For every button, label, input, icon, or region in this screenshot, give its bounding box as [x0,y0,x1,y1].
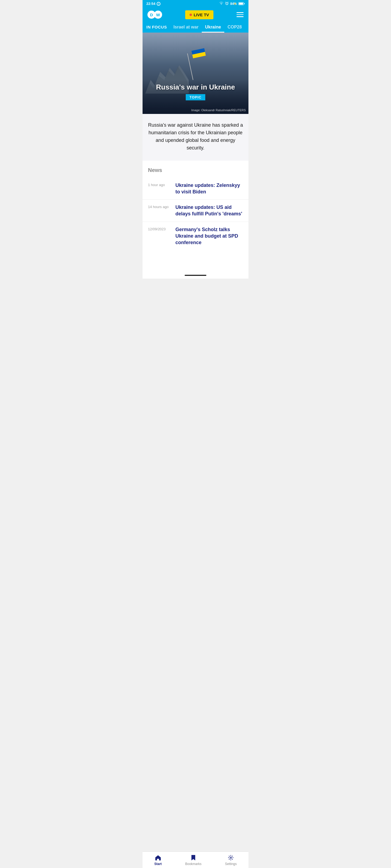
home-icon [155,855,161,861]
menu-line-3 [236,16,244,17]
news-item-1[interactable]: 1 hour ago Ukraine updates: Zelenskyy to… [143,178,248,200]
status-bar: 22:54 i 84% ⚡ [143,0,248,7]
svg-line-8 [229,856,230,857]
news-heading: News [143,167,248,178]
tab-ukraine[interactable]: Ukraine [202,24,224,33]
hero-title: Russia's war in Ukraine [148,83,243,91]
news-time-1: 1 hour ago [148,182,171,195]
news-time-2: 14 hours ago [148,204,171,217]
description-text: Russia's war against Ukraine has sparked… [148,122,243,152]
description-section: Russia's war against Ukraine has sparked… [143,114,248,161]
news-title-3: Germany's Scholz talks Ukraine and budge… [175,226,243,246]
settings-icon [227,855,234,861]
bottom-nav-bookmarks[interactable]: Bookmarks [180,855,207,866]
status-left: 22:54 i [146,2,161,6]
news-item-3[interactable]: 12/09/2023 Germany's Scholz talks Ukrain… [143,222,248,250]
live-tv-button[interactable]: LIVE TV [185,10,214,19]
dw-w-letter: W [156,12,160,17]
status-right: 84% ⚡ [219,2,245,6]
svg-line-11 [229,859,230,860]
svg-line-10 [232,856,233,857]
time-display: 22:54 [146,2,155,6]
bottom-nav: Start Bookmarks Settings [143,851,248,868]
news-title-1: Ukraine updates: Zelenskyy to visit Bide… [175,182,243,195]
live-dot [190,13,192,16]
bottom-nav-settings[interactable]: Settings [219,855,242,866]
settings-label: Settings [225,862,236,866]
ukraine-flag-cloth [191,48,206,58]
scroll-indicator [185,275,206,276]
tab-cop28[interactable]: COP28 [224,24,245,33]
hero-credit: Image: Oleksandr Ratushniak/REUTERS [191,108,246,112]
tab-israel-at-war[interactable]: Israel at war [170,24,202,33]
svg-line-9 [232,859,233,860]
topic-badge[interactable]: TOPIC [186,94,205,100]
app-header: D W LIVE TV [143,7,248,24]
hero-content: Russia's war in Ukraine TOPIC [143,83,248,100]
info-icon: i [157,2,161,6]
wifi-icon [219,2,223,6]
hero-image: Russia's war in Ukraine TOPIC Image: Ole… [143,33,248,114]
news-time-3: 12/09/2023 [148,226,171,246]
scroll-indicator-area [143,272,248,279]
dw-logo[interactable]: D W [146,9,163,20]
battery-icon: ⚡ [239,2,245,5]
news-item-2[interactable]: 14 hours ago Ukraine updates: US aid del… [143,199,248,222]
dw-d-letter: D [150,12,153,17]
news-title-2: Ukraine updates: US aid delays fulfill P… [175,204,243,217]
bottom-nav-start[interactable]: Start [149,855,167,866]
menu-button[interactable] [235,11,245,18]
nav-tabs: IN FOCUS Israel at war Ukraine COP28 [143,24,248,33]
bookmarks-label: Bookmarks [185,862,201,866]
news-section: News 1 hour ago Ukraine updates: Zelensk… [143,161,248,272]
menu-line-2 [236,14,244,15]
live-tv-label: LIVE TV [194,12,209,17]
tab-in-focus[interactable]: IN FOCUS [145,24,170,33]
alarm-icon [225,2,229,6]
start-label: Start [154,862,162,866]
menu-line-1 [236,12,244,13]
svg-point-3 [230,857,232,859]
bookmark-icon [190,855,197,861]
